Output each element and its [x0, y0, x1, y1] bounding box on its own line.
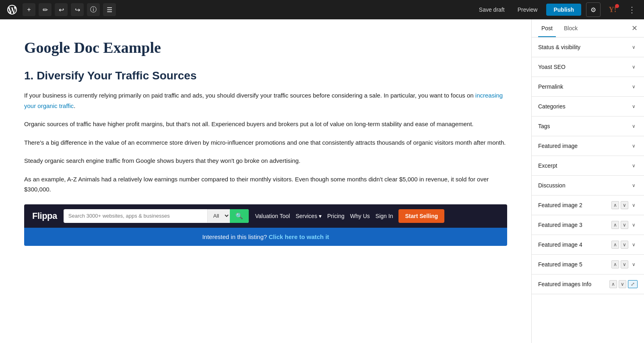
- more-options-button[interactable]: ⋮: [625, 3, 639, 16]
- panel-item-categories[interactable]: Categories∨: [532, 97, 644, 116]
- list-view-button[interactable]: ☰: [103, 3, 116, 16]
- expand-button-featured-images-info[interactable]: ⤢: [628, 280, 638, 288]
- paragraph-4: Steady organic search engine traffic fro…: [24, 156, 507, 166]
- tab-post[interactable]: Post: [538, 19, 556, 37]
- panel-item-discussion[interactable]: Discussion∨: [532, 176, 644, 195]
- panel-item-featured-image-2[interactable]: Featured image 2∧∨∨: [532, 195, 644, 215]
- flippa-services[interactable]: Services ▾: [295, 213, 322, 219]
- chevron-down-icon-categories[interactable]: ∨: [630, 102, 638, 110]
- panel-controls-discussion: ∨: [630, 181, 638, 189]
- panel-controls-featured-image-2: ∧∨∨: [611, 201, 638, 209]
- arrow-down-icon-featured-images-info[interactable]: ∨: [619, 280, 626, 288]
- chevron-down-icon-excerpt[interactable]: ∨: [630, 162, 638, 170]
- chevron-down-icon-featured-image[interactable]: ∨: [630, 142, 638, 150]
- panel-item-permalink[interactable]: Permalink∨: [532, 77, 644, 97]
- flippa-sign-in[interactable]: Sign In: [376, 213, 393, 219]
- panel-item-yoast-seo[interactable]: Yoast SEO∨: [532, 57, 644, 77]
- paragraph-3: There's a big difference in the value of…: [24, 137, 507, 148]
- settings-button[interactable]: ⚙: [586, 2, 601, 17]
- publish-button[interactable]: Publish: [546, 4, 581, 16]
- undo-button[interactable]: ↩: [55, 3, 68, 16]
- chevron-down-icon-featured-image-5[interactable]: ∨: [630, 260, 638, 268]
- arrow-down-icon-featured-image-5[interactable]: ∨: [621, 260, 628, 268]
- chevron-down-icon-featured-image-4[interactable]: ∨: [630, 241, 638, 249]
- flippa-search-wrap: All 🔍: [64, 209, 249, 223]
- panel-item-featured-image-3[interactable]: Featured image 3∧∨∨: [532, 215, 644, 235]
- flippa-why-us[interactable]: Why Us: [350, 213, 370, 219]
- flippa-pricing[interactable]: Pricing: [327, 213, 345, 219]
- topbar-right: Save draft Preview Publish ⚙ Y! ⋮: [475, 2, 639, 17]
- panel-controls-featured-image-4: ∧∨∨: [611, 241, 638, 249]
- paragraph-5: As an example, A-Z Animals had a relativ…: [24, 174, 507, 195]
- paragraph-2: Organic sources of traffic have higher p…: [24, 119, 507, 129]
- arrow-up-icon-featured-image-5[interactable]: ∧: [611, 260, 619, 268]
- panel-label-featured-image-5: Featured image 5: [538, 261, 582, 268]
- panel-label-featured-image-3: Featured image 3: [538, 222, 582, 228]
- flippa-search-input[interactable]: [64, 210, 207, 222]
- close-sidebar-button[interactable]: ✕: [632, 24, 638, 33]
- panel-item-featured-image[interactable]: Featured image∨: [532, 136, 644, 156]
- chevron-down-icon-yoast-seo[interactable]: ∨: [630, 63, 638, 71]
- flippa-category-select[interactable]: All: [207, 209, 230, 222]
- arrow-down-icon-featured-image-2[interactable]: ∨: [621, 201, 628, 209]
- arrow-up-icon-featured-image-3[interactable]: ∧: [611, 221, 619, 229]
- panel-item-excerpt[interactable]: Excerpt∨: [532, 156, 644, 176]
- flippa-nav: Flippa All 🔍 Valuation Tool Services ▾ P…: [24, 204, 507, 228]
- wordpress-logo[interactable]: [5, 2, 19, 17]
- redo-button[interactable]: ↪: [71, 3, 84, 16]
- panel-controls-featured-images-info: ∧∨⤢: [609, 280, 638, 288]
- flippa-start-selling-button[interactable]: Start Selling: [398, 209, 444, 223]
- flippa-search-button[interactable]: 🔍: [230, 209, 249, 223]
- add-block-button[interactable]: +: [23, 3, 35, 16]
- chevron-down-icon-status-visibility[interactable]: ∨: [630, 43, 638, 51]
- heading-diversify[interactable]: 1. Diversify Your Traffic Sources: [24, 69, 507, 82]
- arrow-down-icon-featured-image-3[interactable]: ∨: [621, 221, 628, 229]
- panel-controls-excerpt: ∨: [630, 162, 638, 170]
- main-layout: Google Doc Example 1. Diversify Your Tra…: [0, 19, 644, 343]
- panel-item-featured-images-info[interactable]: Featured images Info∧∨⤢: [532, 274, 644, 294]
- tab-block[interactable]: Block: [561, 19, 581, 37]
- panel-controls-categories: ∨: [630, 102, 638, 110]
- yoast-notification-dot: [615, 4, 619, 8]
- panel-label-permalink: Permalink: [538, 83, 563, 90]
- panel-label-featured-image-4: Featured image 4: [538, 241, 582, 248]
- panel-controls-featured-image-5: ∧∨∨: [611, 260, 638, 268]
- panel-label-yoast-seo: Yoast SEO: [538, 64, 566, 70]
- preview-button[interactable]: Preview: [514, 4, 542, 15]
- panel-controls-tags: ∨: [630, 122, 638, 130]
- arrow-up-icon-featured-image-2[interactable]: ∧: [611, 201, 619, 209]
- sidebar: Post Block ✕ Status & visibility∨Yoast S…: [531, 19, 644, 343]
- chevron-down-icon-featured-image-3[interactable]: ∨: [630, 221, 638, 229]
- arrow-up-icon-featured-images-info[interactable]: ∧: [609, 280, 617, 288]
- arrow-up-icon-featured-image-4[interactable]: ∧: [611, 241, 619, 249]
- save-draft-button[interactable]: Save draft: [475, 4, 509, 15]
- panel-item-status-visibility[interactable]: Status & visibility∨: [532, 37, 644, 57]
- flippa-watch-link[interactable]: Click here to watch it: [269, 233, 329, 240]
- panel-label-featured-images-info: Featured images Info: [538, 281, 591, 287]
- panel-item-tags[interactable]: Tags∨: [532, 116, 644, 136]
- panel-label-tags: Tags: [538, 123, 550, 129]
- panel-item-featured-image-4[interactable]: Featured image 4∧∨∨: [532, 235, 644, 255]
- flippa-nav-links: Valuation Tool Services ▾ Pricing Why Us…: [255, 209, 444, 223]
- chevron-down-icon-discussion[interactable]: ∨: [630, 181, 638, 189]
- sidebar-tabs: Post Block ✕: [532, 19, 644, 37]
- panel-controls-featured-image: ∨: [630, 142, 638, 150]
- panel-controls-yoast-seo: ∨: [630, 63, 638, 71]
- tools-button[interactable]: ✏: [39, 3, 52, 16]
- panel-label-excerpt: Excerpt: [538, 162, 557, 169]
- flippa-valuation-tool[interactable]: Valuation Tool: [255, 213, 290, 219]
- chevron-down-icon-tags[interactable]: ∨: [630, 122, 638, 130]
- panel-label-status-visibility: Status & visibility: [538, 44, 580, 50]
- arrow-down-icon-featured-image-4[interactable]: ∨: [621, 241, 628, 249]
- chevron-down-icon-featured-image-2[interactable]: ∨: [630, 201, 638, 209]
- panel-label-categories: Categories: [538, 103, 566, 110]
- panel-label-featured-image: Featured image: [538, 143, 578, 149]
- paragraph-1: If your business is currently relying pr…: [24, 90, 507, 111]
- panel-controls-status-visibility: ∨: [630, 43, 638, 51]
- chevron-down-icon-permalink[interactable]: ∨: [630, 83, 638, 91]
- panel-controls-permalink: ∨: [630, 83, 638, 91]
- panel-item-featured-image-5[interactable]: Featured image 5∧∨∨: [532, 255, 644, 274]
- yoast-icon[interactable]: Y!: [605, 2, 620, 17]
- info-button[interactable]: ⓘ: [87, 3, 100, 16]
- post-title[interactable]: Google Doc Example: [24, 39, 507, 56]
